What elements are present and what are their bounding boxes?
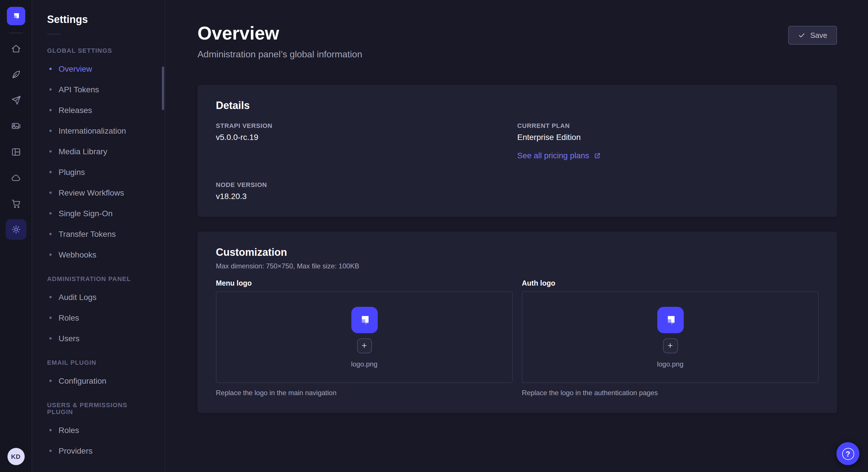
rail-divider xyxy=(9,33,23,33)
external-link-icon xyxy=(594,152,601,159)
auth-logo-dropzone[interactable]: logo.png xyxy=(522,291,818,383)
auth-logo-caption: Replace the logo in the authentication p… xyxy=(522,389,818,397)
sidebar-item-label: Internationalization xyxy=(59,126,126,135)
home-icon[interactable] xyxy=(5,38,26,59)
sidebar-item-configuration[interactable]: Configuration xyxy=(32,370,165,391)
plus-icon[interactable] xyxy=(357,338,372,353)
sidebar-item-label: Configuration xyxy=(59,376,106,385)
sidebar-title: Settings xyxy=(32,14,165,26)
sidebar-item-webhooks[interactable]: Webhooks xyxy=(32,244,165,265)
strapi-version-value: v5.0.0-rc.19 xyxy=(216,133,517,142)
layout-icon[interactable] xyxy=(5,142,26,162)
pricing-plans-link-label: See all pricing plans xyxy=(517,151,589,160)
rail-nav xyxy=(5,38,26,240)
sidebar-item-media-library[interactable]: Media Library xyxy=(32,141,165,162)
sidebar-item-plugins[interactable]: Plugins xyxy=(32,162,165,182)
pricing-plans-link[interactable]: See all pricing plans xyxy=(517,151,601,160)
strapi-logo-icon xyxy=(10,10,22,22)
auth-logo-upload: Auth logo xyxy=(522,279,818,397)
current-plan-label: CURRENT PLAN xyxy=(517,122,818,129)
help-button[interactable]: ? xyxy=(836,442,859,465)
paper-plane-icon[interactable] xyxy=(5,90,26,111)
customization-subtitle: Max dimension: 750×750, Max file size: 1… xyxy=(216,262,818,270)
sidebar-item-transfer-tokens[interactable]: Transfer Tokens xyxy=(32,224,165,244)
sidebar-item-label: Media Library xyxy=(59,147,107,156)
bullet-icon xyxy=(50,130,52,132)
bullet-icon xyxy=(50,429,52,431)
bullet-icon xyxy=(50,296,52,298)
menu-logo-upload: Menu logo xyxy=(216,279,513,397)
strapi-logo[interactable] xyxy=(7,7,25,25)
bullet-icon xyxy=(50,380,52,382)
bullet-icon xyxy=(50,337,52,339)
user-avatar[interactable]: KD xyxy=(7,448,24,465)
strapi-version-label: STRAPI VERSION xyxy=(216,122,517,129)
page-header-text: Overview Administration panel’s global i… xyxy=(197,23,362,60)
page-subtitle: Administration panel’s global informatio… xyxy=(197,49,362,60)
section-users-permissions-plugin: USERS & PERMISSIONS PLUGIN xyxy=(32,391,165,420)
node-version-label: NODE VERSION xyxy=(216,181,517,188)
icon-rail: KD xyxy=(0,0,32,472)
current-plan-field: CURRENT PLAN Enterprise Edition See all … xyxy=(517,122,818,161)
menu-logo-label: Menu logo xyxy=(216,279,513,287)
sidebar-item-api-tokens[interactable]: API Tokens xyxy=(32,79,165,100)
sidebar-item-single-sign-on[interactable]: Single Sign-On xyxy=(32,203,165,224)
sidebar-item-label: Overview xyxy=(59,64,92,73)
node-version-field: NODE VERSION v18.20.3 xyxy=(216,181,517,201)
bullet-icon xyxy=(50,450,52,452)
details-card: Details STRAPI VERSION v5.0.0-rc.19 CURR… xyxy=(197,85,837,217)
main-content: Overview Administration panel’s global i… xyxy=(165,0,868,472)
sidebar-item-providers[interactable]: Providers xyxy=(32,440,165,461)
bullet-icon xyxy=(50,150,52,153)
logo-uploads: Menu logo xyxy=(216,279,818,397)
node-version-value: v18.20.3 xyxy=(216,192,517,201)
settings-sidebar: Settings GLOBAL SETTINGS Overview API To… xyxy=(32,0,165,472)
sidebar-item-releases[interactable]: Releases xyxy=(32,100,165,121)
pen-icon[interactable] xyxy=(5,64,26,85)
sidebar-item-audit-logs[interactable]: Audit Logs xyxy=(32,287,165,307)
page-title: Overview xyxy=(197,23,362,44)
section-global-settings: GLOBAL SETTINGS xyxy=(32,37,165,59)
cloud-icon[interactable] xyxy=(5,167,26,188)
plus-icon[interactable] xyxy=(663,338,678,353)
sidebar-item-label: Releases xyxy=(59,105,92,115)
sidebar-item-label: Users xyxy=(59,334,80,343)
app-window: KD Settings GLOBAL SETTINGS Overview API… xyxy=(0,0,868,472)
sidebar-scrollbar-thumb[interactable] xyxy=(162,67,164,110)
cart-icon[interactable] xyxy=(5,193,26,214)
sidebar-item-label: Roles xyxy=(59,426,79,435)
details-grid: STRAPI VERSION v5.0.0-rc.19 CURRENT PLAN… xyxy=(216,122,818,201)
save-button[interactable]: Save xyxy=(788,26,837,45)
bullet-icon xyxy=(50,171,52,173)
menu-logo-dropzone[interactable]: logo.png xyxy=(216,291,513,383)
sidebar-item-users[interactable]: Users xyxy=(32,328,165,349)
sidebar-item-label: API Tokens xyxy=(59,85,99,94)
sidebar-item-label: Review Workflows xyxy=(59,188,124,197)
customization-card-title: Customization xyxy=(216,247,818,259)
bullet-icon xyxy=(50,254,52,256)
sidebar-item-admin-roles[interactable]: Roles xyxy=(32,307,165,328)
question-mark-icon: ? xyxy=(842,448,854,460)
check-icon xyxy=(798,32,806,39)
auth-logo-label: Auth logo xyxy=(522,279,818,287)
strapi-logo-icon xyxy=(351,307,377,333)
save-button-label: Save xyxy=(810,31,827,40)
gear-icon[interactable] xyxy=(5,219,26,240)
sidebar-item-up-roles[interactable]: Roles xyxy=(32,420,165,440)
sidebar-item-label: Webhooks xyxy=(59,250,96,259)
pictures-icon[interactable] xyxy=(5,116,26,136)
bullet-icon xyxy=(50,88,52,91)
menu-logo-caption: Replace the logo in the main navigation xyxy=(216,389,513,397)
sidebar-item-overview[interactable]: Overview xyxy=(32,59,165,79)
bullet-icon xyxy=(50,109,52,111)
sidebar-item-label: Audit Logs xyxy=(59,293,96,302)
sidebar-item-review-workflows[interactable]: Review Workflows xyxy=(32,182,165,203)
section-email-plugin: EMAIL PLUGIN xyxy=(32,349,165,370)
bullet-icon xyxy=(50,68,52,70)
page-header: Overview Administration panel’s global i… xyxy=(197,23,837,60)
bullet-icon xyxy=(50,192,52,194)
sidebar-item-internationalization[interactable]: Internationalization xyxy=(32,121,165,141)
menu-logo-filename: logo.png xyxy=(351,360,377,368)
details-card-title: Details xyxy=(216,100,818,112)
sidebar-item-label: Single Sign-On xyxy=(59,209,113,218)
